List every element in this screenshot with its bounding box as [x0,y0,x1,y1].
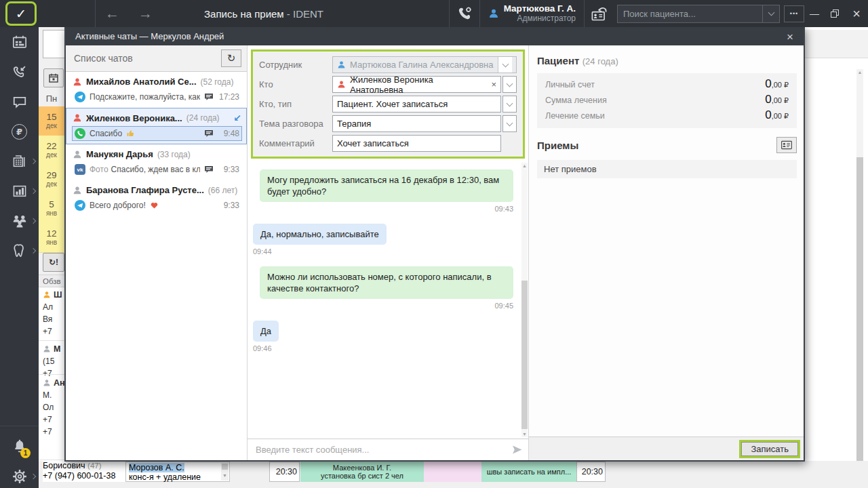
employee-select[interactable]: Мартюкова Галина Александровна [332,56,517,73]
date-cell[interactable]: 29дек [39,165,64,195]
message-time: 09:46 [253,344,513,352]
sidebar-item-treatment[interactable] [0,236,39,266]
callback-entry[interactable]: Ш Ал Вя +7 [43,289,62,338]
current-user-button[interactable]: Мартюкова Г. А. Администратор [480,3,584,23]
sidebar-item-chats[interactable] [0,87,39,117]
ident-logo-icon[interactable]: ✓ [5,1,37,26]
message-composer [248,439,528,460]
dialog-footer: Записать [529,436,804,460]
chat-list-item[interactable]: Баранова Глафира Русте... (66 лет) Всего… [66,180,247,216]
restore-button[interactable] [825,0,845,27]
message-bubble-outgoing: Можно ли использовать номер, с которого … [260,266,513,299]
gear-icon [12,469,27,484]
callback-entry-details[interactable]: Борисович (47) +7 (947) 600-01-38 [43,461,125,482]
incoming-arrow-icon: ↙ [233,113,241,123]
cash-register-icon [12,154,27,169]
chat-list-item-selected[interactable]: Жиленков Вероника... (24 года) ↙ Спасибо… [66,108,247,144]
divider [39,460,64,460]
patient-search [617,5,780,23]
chevron-down-icon [768,9,774,16]
schedule-time-cell[interactable]: 20:30 [269,462,300,482]
notification-badge: 1 [20,448,31,458]
scroll-down-icon[interactable]: ▼ [221,471,229,481]
dropdown-button[interactable] [502,115,517,132]
schedule-time-cell[interactable]: 20:30 [576,462,606,482]
scroll-up-icon[interactable]: ▲ [856,70,863,75]
topic-select[interactable]: Терапия [332,115,501,132]
phone-gear-icon [457,6,472,21]
comment-input[interactable]: Хочет записаться [332,135,501,152]
person-icon [73,186,82,195]
sidebar-item-payments[interactable]: ₽ [0,117,39,146]
employee-label: Сотрудник [259,60,332,70]
id-card-icon [781,140,792,150]
date-cell[interactable]: 22дек [39,136,64,165]
close-button[interactable]: × [845,0,868,27]
minimize-button[interactable]: — [804,0,825,27]
message-input[interactable] [248,445,505,455]
scroll-down-icon[interactable]: ▼ [521,432,528,436]
background-scrollbar[interactable]: ▲ ▼ [856,69,863,484]
date-cell[interactable]: 15дек [39,106,64,136]
chat-scrollbar[interactable]: ▲ ▼ [521,163,528,437]
date-cell[interactable]: 5янв [39,194,64,224]
dialog-header: Активные чаты — Меркулов Андрей × [66,27,804,45]
dropdown-button[interactable] [502,96,517,113]
weekday-header: Пн [39,90,64,107]
submit-button[interactable]: Записать [741,442,798,456]
who-input[interactable]: Жиленков Вероника Анатольевна × [332,76,501,93]
date-cell[interactable]: 12янв [39,223,64,253]
send-button[interactable] [505,444,528,455]
schedule-empty-slot[interactable] [424,462,481,482]
scrollbar-thumb[interactable] [521,281,528,429]
patient-search-input[interactable] [618,9,762,19]
callback-list-button[interactable]: ↻! [43,253,64,272]
person-icon [337,80,346,89]
patient-card-return-button[interactable] [585,0,614,27]
chat-list-item[interactable]: Манукян Дарья (33 года) vk ФотоСпасибо, … [66,144,247,180]
sidebar-item-reports[interactable] [0,176,39,206]
schedule-appointment[interactable]: Макеенкова И. Г. установка бр сист 2 чел [300,462,424,482]
back-button[interactable]: ← [96,0,129,27]
scrollbar-thumb[interactable] [856,157,863,488]
unread-message-icon [204,129,214,138]
sidebar-item-cashbox[interactable] [0,146,39,176]
schedule-cell-selected[interactable]: Морозов А. С. конс-я + удаление ▼ [125,462,230,482]
divider [0,426,39,426]
dropdown-button[interactable] [498,57,512,73]
patient-age: (24 года) [583,56,618,66]
unread-message-icon [204,165,214,174]
message-bubble-incoming: Да [253,321,279,342]
forward-button[interactable]: → [129,0,162,27]
chat-list-panel: Список чатов ↻ Михайлов Анатолий Се... (… [66,45,248,460]
scrollbar-thumb[interactable] [222,464,228,470]
chevron-down-icon [507,80,513,87]
scroll-up-icon[interactable]: ▲ [521,163,528,168]
dialog-close-button[interactable]: × [776,27,804,45]
finance-row: Лечение семьи 0,00 ₽ [545,108,789,124]
patient-card-button[interactable] [776,137,797,153]
search-dropdown-button[interactable] [763,12,779,15]
who-type-select[interactable]: Пациент. Хочет записаться [332,96,501,113]
schedule-appointment[interactable]: швы записать на импл... [481,462,576,482]
clear-icon[interactable]: × [491,79,496,89]
more-options-button[interactable]: ••• [784,5,804,22]
chat-bubble-icon [12,94,27,109]
person-icon [337,60,346,69]
chat-list-item[interactable]: Михайлов Анатолий Се... (52 года) Подска… [66,72,247,108]
sidebar-item-staff[interactable] [0,206,39,236]
settings-button[interactable] [0,464,39,488]
cell-scrollbar[interactable]: ▼ [221,463,229,481]
sidebar-item-calls[interactable] [0,57,39,87]
divider [39,340,64,341]
dropdown-button[interactable] [502,76,517,93]
callback-entry[interactable]: Ан М. Ол +7 +7 [43,377,65,438]
calendar-button[interactable] [43,68,64,87]
telephony-settings-button[interactable] [450,0,479,27]
background-schedule-row: Борисович (47) +7 (947) 600-01-38 Морозо… [39,461,868,488]
refresh-button[interactable]: ↻ [221,49,241,67]
notifications-button[interactable]: 1 [0,432,39,460]
message-time: 09:44 [253,247,513,256]
sidebar-item-schedule[interactable] [0,27,39,57]
main-sidebar: ₽ [0,27,39,488]
